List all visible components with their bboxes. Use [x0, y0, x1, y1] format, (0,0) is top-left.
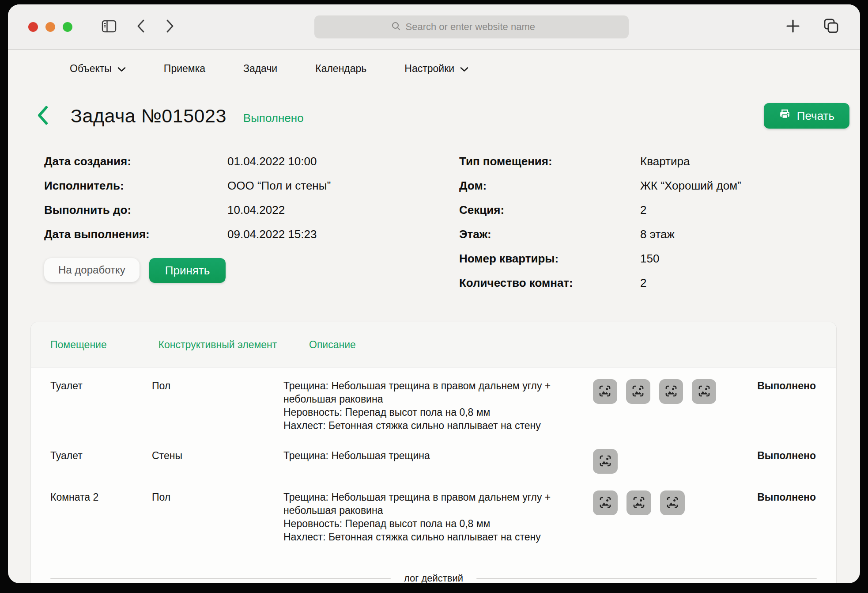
image-preview-icon: [698, 384, 711, 399]
detail-value: ЖК “Хороший дом”: [640, 179, 741, 193]
defects-table-card: Помещение Конструктивный элемент Описани…: [30, 322, 837, 583]
detail-label: Исполнитель:: [44, 179, 227, 193]
sidebar-icon: [102, 20, 117, 34]
nav-item[interactable]: Объекты: [70, 63, 126, 75]
cell-room: Комната 2: [50, 490, 152, 504]
window-controls: [28, 22, 72, 32]
photo-thumbnail-button[interactable]: [593, 379, 617, 404]
image-preview-icon: [599, 496, 612, 510]
image-preview-icon: [664, 384, 678, 399]
column-header-description: Описание: [283, 338, 568, 351]
photo-thumbnail-button[interactable]: [660, 490, 685, 515]
nav-item[interactable]: Приемка: [164, 63, 205, 75]
detail-label: Этаж:: [459, 227, 640, 241]
tabs-overview-icon: [823, 18, 840, 35]
detail-value: 2: [640, 203, 741, 217]
action-log-divider: лог действий: [31, 573, 836, 583]
detail-label: Дом:: [459, 179, 640, 193]
task-actions: На доработку Принять: [44, 258, 444, 283]
detail-label: Дата создания:: [44, 154, 227, 168]
photo-thumbnail-button[interactable]: [659, 379, 683, 404]
printer-icon: [779, 108, 791, 123]
sidebar-toggle-button[interactable]: [102, 20, 117, 34]
forward-nav-button[interactable]: [165, 19, 175, 35]
table-row: Туалет Пол Трещина: Небольшая трещина в …: [31, 368, 836, 437]
table-row: Комната 2 Пол Трещина: Небольшая трещина…: [31, 479, 836, 549]
nav-item-label: Настройки: [404, 63, 454, 75]
nav-item[interactable]: Задачи: [243, 63, 277, 75]
detail-label: Секция:: [459, 203, 640, 217]
table-body: Туалет Пол Трещина: Небольшая трещина в …: [31, 368, 836, 549]
action-log-label[interactable]: лог действий: [404, 573, 463, 583]
cell-element: Пол: [152, 490, 283, 504]
cell-element: Стены: [152, 449, 283, 462]
image-preview-icon: [599, 454, 612, 469]
detail-label: Количество комнат:: [459, 276, 640, 290]
rework-button[interactable]: На доработку: [44, 258, 140, 282]
cell-photos: [568, 449, 716, 474]
image-preview-icon: [666, 496, 679, 510]
browser-window: Объекты Приемка Задачи: [8, 4, 860, 583]
zoom-window-button[interactable]: [63, 22, 72, 32]
detail-value: ООО “Пол и стены”: [227, 179, 444, 193]
photo-thumbnail-button[interactable]: [593, 449, 618, 474]
photo-thumbnail-button[interactable]: [692, 379, 716, 404]
photo-thumbnail-button[interactable]: [626, 379, 650, 404]
minimize-window-button[interactable]: [45, 22, 55, 32]
cell-room: Туалет: [50, 379, 152, 392]
cell-room: Туалет: [50, 449, 152, 462]
detail-value: 150: [640, 251, 741, 266]
page-header: Задача №015023 Выполнено Печать: [8, 103, 860, 129]
table-header-row: Помещение Конструктивный элемент Описани…: [31, 322, 836, 368]
nav-item-label: Календарь: [315, 63, 366, 75]
image-preview-icon: [632, 496, 645, 510]
accept-button[interactable]: Принять: [149, 258, 226, 283]
detail-label: Тип помещения:: [459, 154, 640, 168]
page-title: Задача №015023: [71, 105, 226, 127]
divider-line: [476, 578, 817, 579]
image-preview-icon: [598, 384, 611, 399]
cell-description: Трещина: Небольшая трещина в правом даль…: [283, 490, 568, 544]
show-tabs-button[interactable]: [823, 18, 840, 35]
chevron-down-icon: [117, 63, 126, 75]
main-nav: Объекты Приемка Задачи: [8, 49, 860, 75]
nav-item-label: Объекты: [70, 63, 112, 75]
cell-photos: [568, 490, 716, 515]
chevron-down-icon: [460, 63, 468, 75]
column-header-room: Помещение: [50, 338, 152, 351]
plus-icon: [786, 19, 800, 34]
table-row: Туалет Стены Трещина: Небольшая трещина …: [31, 437, 836, 479]
new-tab-button[interactable]: [786, 19, 800, 34]
detail-value: 10.04.2022: [227, 203, 444, 217]
search-input[interactable]: [405, 21, 552, 33]
column-header-element: Конструктивный элемент: [152, 338, 283, 351]
browser-toolbar: [8, 4, 860, 49]
detail-value: 01.04.2022 10:00: [227, 154, 444, 168]
search-icon: [391, 21, 405, 33]
cell-element: Пол: [152, 379, 283, 392]
detail-value: 2: [640, 276, 741, 290]
task-details: Дата создания: 01.04.2022 10:00 Исполнит…: [8, 154, 860, 290]
chevron-right-icon: [165, 19, 175, 35]
close-window-button[interactable]: [28, 22, 38, 32]
nav-item[interactable]: Календарь: [315, 63, 366, 75]
back-nav-button[interactable]: [136, 19, 146, 35]
divider-line: [50, 578, 391, 579]
print-button[interactable]: Печать: [764, 103, 849, 129]
back-button[interactable]: [36, 105, 49, 127]
photo-thumbnail-button[interactable]: [626, 490, 651, 515]
chevron-left-icon: [36, 105, 49, 127]
cell-status: Выполнено: [716, 449, 817, 462]
image-preview-icon: [631, 384, 645, 399]
cell-status: Выполнено: [716, 490, 817, 504]
address-bar[interactable]: [314, 15, 629, 38]
nav-item-label: Задачи: [243, 63, 277, 75]
cell-photos: [568, 379, 716, 404]
print-button-label: Печать: [797, 109, 834, 123]
status-badge: Выполнено: [243, 111, 304, 125]
detail-label: Номер квартиры:: [459, 251, 640, 266]
detail-value: 09.04.2022 15:23: [227, 227, 444, 241]
detail-label: Выполнить до:: [44, 203, 227, 217]
photo-thumbnail-button[interactable]: [593, 490, 618, 515]
nav-item[interactable]: Настройки: [404, 63, 468, 75]
